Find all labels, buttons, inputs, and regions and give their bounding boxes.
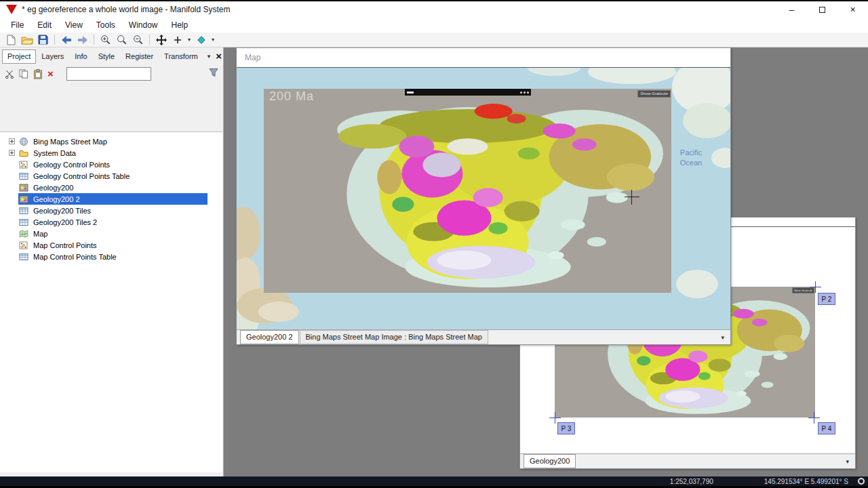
status-circle-icon: [858, 478, 865, 485]
tab-layers[interactable]: Layers: [36, 49, 69, 64]
search-input[interactable]: [66, 67, 151, 81]
tree-item-geology200-tiles-2[interactable]: Geology200 Tiles 2: [0, 216, 222, 228]
tab-info[interactable]: Info: [69, 49, 92, 64]
maximize-button[interactable]: [807, 1, 837, 18]
basemap-land: [711, 148, 730, 168]
close-button[interactable]: ×: [837, 1, 868, 18]
folder-icon: [19, 148, 28, 158]
status-bar: 1:252,037,790 145.291534° E 5.499201° S: [0, 476, 868, 486]
zoom-out-button[interactable]: [130, 33, 146, 47]
tree-item-content: Map: [18, 228, 208, 239]
tab-register[interactable]: Register: [120, 49, 159, 64]
map-window-tabs-dropdown[interactable]: ▾: [721, 334, 724, 341]
forward-arrow-icon: [77, 35, 88, 45]
minimize-button[interactable]: –: [776, 1, 807, 18]
save-button[interactable]: [35, 33, 51, 47]
tab-project[interactable]: Project: [2, 49, 36, 64]
basemap-land: [588, 68, 676, 84]
control-point-label-p4[interactable]: P 4: [818, 422, 835, 434]
map-scale: 1:252,037,790: [670, 478, 713, 485]
expand-plus-icon[interactable]: [9, 138, 15, 144]
menu-bar: File Edit View Tools Window Help: [0, 18, 868, 33]
table-icon: [19, 252, 28, 262]
tree-item-content: Geology200: [18, 182, 208, 193]
tree-item-label: Geology Control Points: [31, 160, 112, 169]
scrubber-handle[interactable]: [407, 92, 414, 94]
main-toolbar: ▾ ▾: [0, 33, 868, 47]
pane-tab-strip: Project Layers Info Style Register Trans…: [0, 47, 223, 64]
title-bar[interactable]: * eg georeference a whole world image - …: [0, 1, 868, 18]
map-window-title-bar[interactable]: Map: [237, 48, 730, 68]
basemap-land: [527, 68, 581, 76]
copy-icon[interactable]: [19, 69, 28, 79]
image-icon: [19, 183, 28, 192]
tree-item-geology200[interactable]: Geology200: [0, 182, 222, 193]
open-button[interactable]: [19, 33, 35, 47]
tree-item-geology-control-points-table[interactable]: Geology Control Points Table: [0, 170, 222, 182]
menu-edit[interactable]: Edit: [31, 18, 58, 32]
filter-button[interactable]: [209, 68, 218, 80]
delete-button[interactable]: ×: [47, 69, 54, 79]
control-point-marker-p2[interactable]: [810, 281, 821, 293]
open-folder-icon: [21, 35, 33, 45]
pan-icon: [156, 35, 167, 45]
tree-item-label: Bing Maps Street Map: [31, 137, 109, 146]
toolbar-separator: [54, 35, 55, 45]
map-canvas[interactable]: Pacific Ocean 200 Ma Show Graticule: [237, 68, 730, 329]
control-points-icon: [19, 241, 28, 250]
pan-button[interactable]: [153, 33, 169, 47]
control-point-label-p2[interactable]: P 2: [818, 293, 835, 305]
back-button[interactable]: [58, 33, 74, 47]
filter-funnel-icon: [209, 68, 218, 77]
new-document-button[interactable]: [3, 33, 18, 47]
timeline-scrubber[interactable]: [405, 89, 531, 96]
map-window[interactable]: Map Pacific Ocean 200 Ma: [236, 47, 731, 345]
default-tool-button[interactable]: [170, 33, 185, 47]
tab-style[interactable]: Style: [93, 49, 120, 64]
pangea-map-image: [264, 89, 671, 293]
menu-view[interactable]: View: [58, 18, 90, 32]
geology200-2-image-layer[interactable]: 200 Ma Show Graticule: [264, 89, 671, 293]
tool-dropdown[interactable]: ▾: [186, 37, 193, 43]
map-window-title: Map: [245, 53, 260, 62]
tree-item-label: Geology200 2: [31, 195, 82, 204]
tree-item-label: System Data: [31, 148, 78, 158]
scrubber-buttons[interactable]: [520, 92, 529, 94]
snap-tool-button[interactable]: [193, 33, 209, 47]
tree-item-geology200-2[interactable]: Geology200 2: [0, 193, 222, 205]
tab-geology200[interactable]: Geology200: [524, 454, 576, 468]
zoom-in-button[interactable]: [98, 33, 113, 47]
tree-item-map[interactable]: Map: [0, 228, 222, 239]
cursor-coordinates: 145.291534° E 5.499201° S: [764, 478, 848, 485]
tree-item-system-data[interactable]: System Data: [0, 147, 222, 159]
save-icon: [38, 35, 48, 45]
menu-tools[interactable]: Tools: [90, 18, 122, 32]
control-point-label-p3[interactable]: P 3: [557, 422, 575, 434]
tree-item-map-control-points-table[interactable]: Map Control Points Table: [0, 251, 222, 262]
tab-geology200-2-layer[interactable]: Geology200 2: [240, 330, 299, 344]
tab-transform[interactable]: Transform: [159, 49, 203, 64]
tab-bing-maps-layer[interactable]: Bing Maps Street Map Image : Bing Maps S…: [300, 330, 488, 344]
forward-button[interactable]: [75, 33, 90, 47]
pane-tabs-dropdown[interactable]: ▾: [203, 53, 215, 60]
tree-item-label: Map: [31, 229, 50, 239]
snap-dropdown[interactable]: ▾: [210, 37, 216, 43]
menu-file[interactable]: File: [4, 18, 31, 32]
cut-icon[interactable]: [5, 69, 14, 79]
tree-item-map-control-points[interactable]: Map Control Points: [0, 239, 222, 251]
paste-icon[interactable]: [33, 69, 43, 79]
zoom-in-icon: [100, 35, 111, 45]
zoom-fit-button[interactable]: [114, 33, 130, 47]
expand-plus-icon[interactable]: [9, 150, 15, 156]
menu-window[interactable]: Window: [122, 18, 165, 32]
image-window-tabs-dropdown[interactable]: ▾: [846, 458, 849, 465]
toolbar-separator: [149, 35, 150, 45]
tree-item-geology200-tiles[interactable]: Geology200 Tiles: [0, 205, 222, 216]
ocean-label: Pacific Ocean: [671, 148, 711, 168]
tree-item-content: Map Control Points Table: [18, 251, 208, 262]
tree-item-bing-maps-street-map[interactable]: Bing Maps Street Map: [0, 136, 222, 147]
menu-help[interactable]: Help: [165, 18, 195, 32]
tree-item-geology-control-points[interactable]: Geology Control Points: [0, 159, 222, 170]
show-graticule-button[interactable]: Show Graticule: [637, 90, 671, 98]
tree-item-label: Map Control Points Table: [31, 252, 119, 262]
